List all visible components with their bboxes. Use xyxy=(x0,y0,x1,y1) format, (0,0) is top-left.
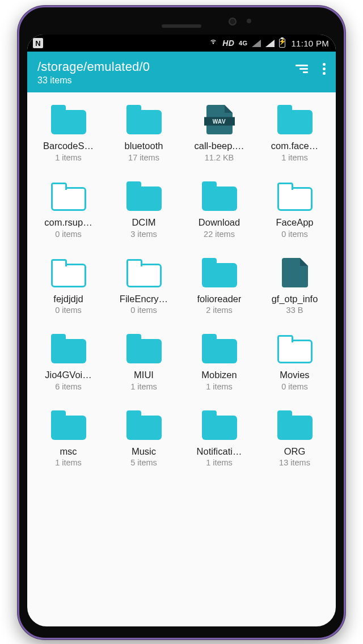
item-meta: 22 items xyxy=(204,230,235,239)
path-title: /storage/emulated/0 xyxy=(37,60,296,74)
signal-icon-2 xyxy=(265,40,275,47)
item-meta: 0 items xyxy=(281,382,308,391)
grid-item[interactable]: Notificati…1 items xyxy=(183,410,256,468)
folder-icon xyxy=(277,105,313,134)
hd-indicator: HD xyxy=(222,39,234,48)
item-meta: 1 items xyxy=(206,382,233,391)
item-name: DCIM xyxy=(132,217,155,228)
folder-icon xyxy=(126,334,162,363)
folder-icon xyxy=(202,334,237,363)
grid-item[interactable]: WAVcall-beep.…11.2 KB xyxy=(183,105,256,162)
grid-item[interactable]: fejdjdjd0 items xyxy=(32,258,105,315)
grid-item[interactable]: com.rsup…0 items xyxy=(32,181,105,239)
folder-icon xyxy=(277,410,313,440)
hotspot-icon xyxy=(209,38,218,49)
grid-item[interactable]: gf_otp_info33 B xyxy=(258,258,331,315)
item-meta: 1 items xyxy=(206,458,233,467)
item-meta: 17 items xyxy=(128,153,159,162)
grid-item[interactable]: com.face…1 items xyxy=(258,105,331,162)
folder-empty-icon xyxy=(277,334,313,363)
signal-icon-1 xyxy=(252,40,261,47)
item-meta: 0 items xyxy=(55,306,82,315)
item-name: FaceApp xyxy=(276,217,313,228)
grid-item[interactable]: Jio4GVoi…6 items xyxy=(32,334,105,391)
item-meta: 3 items xyxy=(130,230,157,239)
status-bar: N HD 4G 11:10 PM xyxy=(27,35,336,52)
item-name: Mobizen xyxy=(201,369,237,381)
item-name: call-beep.… xyxy=(194,140,244,152)
folder-icon xyxy=(202,181,237,211)
item-name: FileEncry… xyxy=(120,293,168,305)
grid-item[interactable]: Download22 items xyxy=(183,181,256,239)
screen: N HD 4G 11:10 PM /storage/emulated/0 33 … xyxy=(27,35,336,626)
grid-item[interactable]: Mobizen1 items xyxy=(183,334,256,391)
item-name: ORG xyxy=(284,446,306,457)
grid-item[interactable]: Music5 items xyxy=(107,410,180,468)
item-name: Movies xyxy=(280,369,309,381)
grid-item[interactable]: Movies0 items xyxy=(258,334,331,391)
grid-item[interactable]: msc1 items xyxy=(32,410,105,468)
folder-icon xyxy=(202,410,237,440)
item-name: folioreader xyxy=(197,293,242,305)
item-name: Notificati… xyxy=(197,446,242,457)
item-name: com.face… xyxy=(271,140,318,152)
item-name: Music xyxy=(132,446,156,457)
item-name: bluetooth xyxy=(125,140,163,152)
item-meta: 0 items xyxy=(130,306,157,315)
item-meta: 1 items xyxy=(55,458,82,467)
item-meta: 2 items xyxy=(206,306,233,315)
grid-item[interactable]: bluetooth17 items xyxy=(107,105,180,162)
app-bar: /storage/emulated/0 33 items xyxy=(27,52,336,92)
folder-icon xyxy=(51,334,86,363)
grid-item[interactable]: FileEncry…0 items xyxy=(107,258,180,315)
item-name: MIUI xyxy=(134,369,154,381)
item-meta: 5 items xyxy=(130,458,157,467)
item-meta: 0 items xyxy=(55,230,82,239)
item-meta: 6 items xyxy=(55,382,82,391)
file-icon: WAV xyxy=(202,105,237,134)
folder-empty-icon xyxy=(277,181,313,211)
notification-icon: N xyxy=(33,38,43,48)
item-name: BarcodeS… xyxy=(43,140,94,152)
folder-icon xyxy=(51,105,86,134)
overflow-menu-icon[interactable] xyxy=(323,63,326,75)
file-icon xyxy=(277,258,313,287)
file-grid: BarcodeS…1 itemsbluetooth17 itemsWAVcall… xyxy=(32,105,331,467)
grid-item[interactable]: ORG13 items xyxy=(258,410,331,468)
grid-item[interactable]: MIUI1 items xyxy=(107,334,180,391)
item-name: com.rsup… xyxy=(44,217,92,228)
grid-item[interactable]: BarcodeS…1 items xyxy=(32,105,105,162)
sort-icon[interactable] xyxy=(296,65,308,73)
folder-icon xyxy=(51,410,86,440)
item-meta: 33 B xyxy=(286,306,303,315)
grid-item[interactable]: DCIM3 items xyxy=(107,181,180,239)
item-meta: 1 items xyxy=(130,382,157,391)
item-name: Download xyxy=(199,217,240,228)
grid-item[interactable]: folioreader2 items xyxy=(183,258,256,315)
folder-icon xyxy=(126,410,162,440)
item-meta: 1 items xyxy=(281,153,308,162)
folder-icon xyxy=(126,181,162,211)
battery-icon xyxy=(279,39,285,48)
item-count: 33 items xyxy=(37,75,296,86)
file-grid-container: BarcodeS…1 itemsbluetooth17 itemsWAVcall… xyxy=(27,92,336,473)
folder-empty-icon xyxy=(51,181,86,211)
bezel xyxy=(19,7,344,35)
folder-empty-icon xyxy=(51,258,86,287)
clock: 11:10 PM xyxy=(291,39,329,48)
item-name: msc xyxy=(60,446,77,457)
item-meta: 11.2 KB xyxy=(205,153,234,162)
folder-empty-icon xyxy=(126,258,162,287)
item-meta: 0 items xyxy=(281,230,308,239)
item-meta: 13 items xyxy=(279,458,310,467)
folder-icon xyxy=(202,258,237,287)
folder-icon xyxy=(126,105,162,134)
item-meta: 1 items xyxy=(55,153,82,162)
item-name: Jio4GVoi… xyxy=(45,369,92,381)
phone-frame: N HD 4G 11:10 PM /storage/emulated/0 33 … xyxy=(18,6,345,639)
network-type: 4G xyxy=(239,40,247,46)
item-name: fejdjdjd xyxy=(53,293,83,305)
item-name: gf_otp_info xyxy=(272,293,318,305)
grid-item[interactable]: FaceApp0 items xyxy=(258,181,331,239)
